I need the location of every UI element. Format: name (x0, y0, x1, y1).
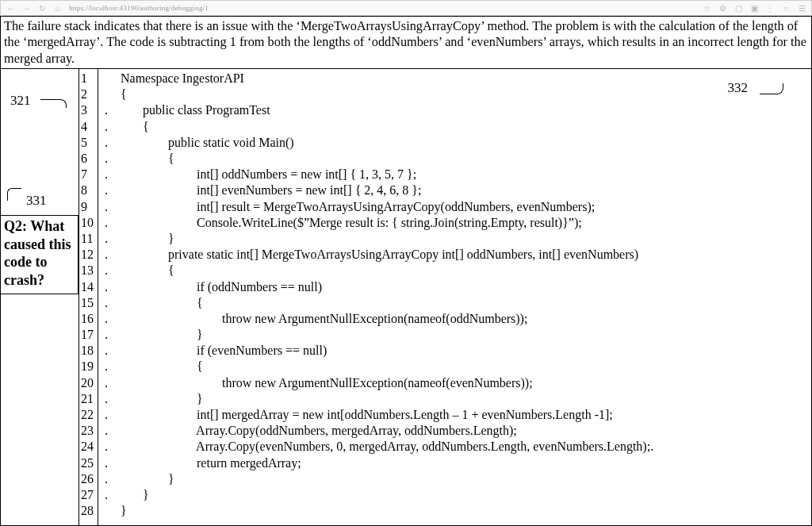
tool-icon-4[interactable]: ⋮ (765, 3, 775, 13)
line-number-gutter: 1234567891011121314151617181920212223242… (79, 69, 98, 525)
line-number: 20 (81, 375, 96, 391)
code-line: . return mergedArray; (98, 455, 811, 471)
line-number: 23 (81, 423, 96, 439)
star-icon[interactable]: ☆ (702, 3, 711, 13)
line-number: 13 (81, 263, 96, 278)
line-number: 7 (81, 167, 96, 182)
tool-icon-1[interactable]: ⚙ (718, 3, 727, 13)
code-line: . int[] evenNumbers = new int[] { 2, 4, … (98, 182, 811, 198)
line-number: 19 (81, 359, 96, 374)
callout-332-label: 332 (728, 80, 749, 95)
left-column: 321 331 Q2: What caused this code to cra… (1, 69, 79, 525)
callout-331-label: 331 (26, 193, 47, 208)
failure-explanation: The failure stack indicates that there i… (1, 17, 811, 69)
line-number: 5 (81, 135, 96, 151)
code-line: . Array.Copy(oddNumbers, mergedArray, od… (98, 423, 811, 439)
main-frame: The failure stack indicates that there i… (0, 16, 812, 526)
code-line: . { (98, 151, 811, 167)
line-number: 8 (81, 182, 96, 198)
line-number: 21 (81, 391, 96, 407)
code-line: . if (evenNumbers == null) (98, 343, 811, 359)
code-line: { (98, 86, 811, 102)
tool-icon-2[interactable]: ▢ (733, 3, 743, 13)
line-number: 1 (81, 71, 96, 86)
address-bar[interactable]: https://localhost:43190/authoring/debugg… (69, 4, 209, 12)
line-number: 12 (81, 247, 96, 263)
tool-icon-5[interactable]: ○ (781, 3, 791, 13)
line-number: 22 (81, 407, 96, 423)
line-number: 2 (81, 86, 96, 102)
code-line: . public static void Main() (98, 135, 811, 151)
code-line: . throw new ArgumentNullException(nameof… (98, 311, 811, 327)
question-box: Q2: What caused this code to crash? (1, 215, 79, 294)
code-line: . Console.WriteLine($”Merge result is: {… (98, 215, 811, 231)
line-number: 26 (81, 471, 96, 487)
code-line: . int[] result = MergeTwoArraysUsingArra… (98, 199, 811, 215)
code-area: 1234567891011121314151617181920212223242… (79, 69, 811, 525)
line-number: 9 (81, 199, 96, 215)
browser-toolbar: ← → ↻ ⌂ https://localhost:43190/authorin… (0, 0, 812, 16)
line-number: 3 (81, 102, 96, 118)
code-content: Namespace IngestorAPI { . public class P… (98, 69, 811, 525)
code-line: . { (98, 119, 811, 135)
line-number: 28 (81, 503, 96, 519)
code-line: . } (98, 231, 811, 247)
line-number: 25 (81, 455, 96, 471)
code-line: . throw new ArgumentNullException(nameof… (98, 375, 811, 391)
line-number: 17 (81, 327, 96, 343)
line-number: 15 (81, 295, 96, 311)
code-line: . { (98, 295, 811, 311)
line-number: 14 (81, 279, 96, 295)
code-line: } (98, 503, 811, 519)
code-line: . } (98, 391, 811, 407)
menu-icon[interactable]: ☰ (797, 3, 806, 13)
nav-forward-icon[interactable]: → (21, 3, 31, 13)
line-number: 11 (81, 231, 96, 247)
code-line: . Array.Copy(evenNumbers, 0, mergedArray… (98, 439, 811, 455)
code-line: . if (oddNumbers == null) (98, 279, 811, 295)
line-number: 24 (81, 439, 96, 455)
code-line: . } (98, 487, 811, 503)
line-number: 16 (81, 311, 96, 327)
home-icon[interactable]: ⌂ (53, 3, 63, 13)
line-number: 4 (81, 119, 96, 135)
content-row: 332 321 331 Q2: What caused this code to… (1, 69, 811, 525)
code-line: Namespace IngestorAPI (98, 71, 811, 86)
code-line: . { (98, 263, 811, 278)
callout-331: 331 (7, 193, 47, 209)
code-line: . public class ProgramTest (98, 102, 811, 118)
code-line: . { (98, 359, 811, 374)
line-number: 27 (81, 487, 96, 503)
code-line: . } (98, 327, 811, 343)
refresh-icon[interactable]: ↻ (37, 3, 47, 13)
tool-icon-3[interactable]: ▣ (749, 3, 759, 13)
code-line: . private static int[] MergeTwoArraysUsi… (98, 247, 811, 263)
code-line: . } (98, 471, 811, 487)
line-number: 6 (81, 151, 96, 167)
callout-332: 332 (728, 80, 749, 96)
code-line: . int[] mergedArray = new int[oddNumbers… (98, 407, 811, 423)
line-number: 10 (81, 215, 96, 231)
callout-321: 321 (10, 93, 31, 109)
nav-back-icon[interactable]: ← (6, 3, 15, 13)
line-number: 18 (81, 343, 96, 359)
code-line: . int[] oddNumbers = new int[] { 1, 3, 5… (98, 167, 811, 182)
